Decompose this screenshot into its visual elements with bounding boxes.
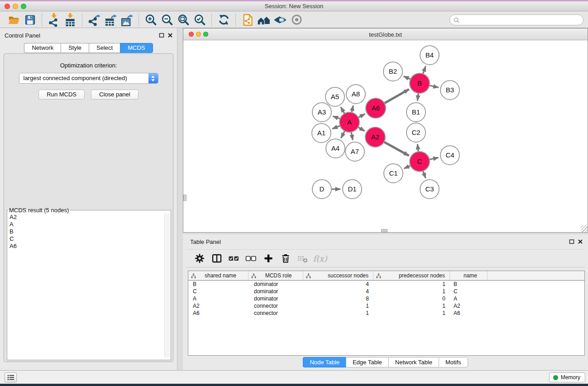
new-network-from-selection-button[interactable] [239,13,256,27]
save-session-button[interactable] [22,13,38,27]
result-list-item[interactable]: A [8,221,164,228]
column-header-name[interactable]: name [450,271,488,280]
result-list-item[interactable]: A2 [8,214,164,221]
graph-node-A7[interactable]: A7 [345,142,364,161]
graph-node-A3[interactable]: A3 [312,103,331,122]
tab-select[interactable]: Select [89,43,120,53]
float-table-panel-icon[interactable] [569,239,574,244]
table-cell[interactable]: A2 [450,302,488,310]
table-cell[interactable]: 1 [373,310,450,317]
search-field[interactable] [449,14,583,25]
table-cell[interactable]: 8 [303,295,373,302]
table-settings-button[interactable] [191,251,208,266]
table-cell[interactable]: A6 [450,310,488,317]
graph-node-C4[interactable]: C4 [440,146,459,165]
export-network-button[interactable] [86,13,102,27]
graph-node-B[interactable]: B [410,73,430,93]
graph-node-A2[interactable]: A2 [365,127,385,147]
tab-mcds[interactable]: MCDS [120,43,153,53]
table-cell[interactable]: 0 [373,295,450,302]
graph-node-A5[interactable]: A5 [325,87,344,106]
table-row[interactable]: Bdominator41B [188,281,584,288]
result-list-item[interactable]: A6 [8,243,164,250]
tab-motifs[interactable]: Motifs [439,357,468,367]
zoom-in-button[interactable] [143,13,159,27]
table-cell[interactable]: B [188,281,249,288]
float-panel-icon[interactable] [159,33,164,38]
close-table-panel-icon[interactable] [578,239,583,244]
graph-node-B4[interactable]: B4 [420,46,439,65]
tab-network-table[interactable]: Network Table [388,357,439,367]
window-resize-grip[interactable] [581,225,588,232]
tab-edge-table[interactable]: Edge Table [346,357,388,367]
table-cell[interactable]: 4 [303,281,373,288]
optimization-criterion-dropdown[interactable]: largest connected component (directed) [19,73,158,84]
zoom-fit-button[interactable] [175,13,191,27]
hide-panels-button[interactable] [288,13,305,27]
graph-node-A1[interactable]: A1 [312,124,331,143]
tab-style[interactable]: Style [61,43,89,53]
table-cell[interactable]: B [450,281,488,288]
graph-node-A[interactable]: A [339,112,359,132]
table-row[interactable]: Cdominator41C [188,288,584,295]
column-header-mcds-role[interactable]: MCDS role [249,271,303,280]
vertical-scroll-thumb[interactable] [183,195,186,201]
table-cell[interactable]: 4 [303,288,373,295]
zoom-selected-button[interactable] [191,13,208,27]
graph-node-C1[interactable]: C1 [384,164,403,183]
table-row[interactable]: Adominator80A [188,295,584,302]
import-table-button[interactable] [62,13,78,27]
column-header-shared-name[interactable]: shared name [188,271,249,280]
import-network-button[interactable] [46,13,62,27]
graph-node-A8[interactable]: A8 [346,85,365,104]
column-header-successor-nodes[interactable]: successor nodes [303,271,373,280]
tab-network[interactable]: Network [24,43,61,53]
table-cell[interactable]: A [450,295,488,302]
table-row[interactable]: A2connector11A2 [188,302,584,310]
export-image-button[interactable] [119,13,135,27]
result-list-item[interactable]: C [8,235,164,243]
table-cell[interactable]: A [188,295,249,302]
graph-node-C2[interactable]: C2 [406,123,425,142]
network-canvas[interactable]: B4B2BB3A5A8A6B1A3AA1C2A2A4A7C4CC1C3DD1 [183,40,588,232]
result-list-item[interactable]: B [8,228,164,235]
graph-node-B3[interactable]: B3 [440,81,459,100]
table-cell[interactable]: 1 [373,281,450,288]
close-panel-icon[interactable] [167,33,173,38]
table-cell[interactable]: C [450,288,488,295]
table-cell[interactable]: connector [249,310,303,317]
table-cell[interactable]: 1 [373,302,450,310]
column-header-predecessor-nodes[interactable]: predecessor nodes [373,271,450,280]
table-row[interactable]: A6connector11A6 [188,310,584,317]
graph-node-B1[interactable]: B1 [406,103,425,122]
home-view-button[interactable] [256,13,272,27]
table-cell[interactable]: A6 [188,310,249,317]
graph-node-D[interactable]: D [312,180,331,199]
table-cell[interactable]: dominator [249,281,303,288]
run-mcds-button[interactable]: Run MCDS [38,90,85,100]
close-panel-button[interactable]: Close panel [91,90,139,100]
table-cell[interactable]: connector [249,302,303,310]
deselect-all-button[interactable] [243,251,260,266]
tab-node-table[interactable]: Node Table [303,357,346,367]
table-cell[interactable]: dominator [249,288,303,295]
table-cell[interactable]: 1 [303,302,373,310]
delete-table-button[interactable] [294,251,311,266]
delete-row-button[interactable] [277,251,294,266]
graph-node-A6[interactable]: A6 [366,98,386,118]
table-cell[interactable]: dominator [249,295,303,302]
graph-node-B2[interactable]: B2 [383,62,402,81]
add-row-button[interactable] [260,251,277,266]
table-cell[interactable]: 1 [303,310,373,317]
function-builder-button[interactable]: f(x) [311,251,329,266]
memory-button[interactable]: Memory [549,372,585,382]
result-scrollbar[interactable] [164,214,170,357]
search-input[interactable] [462,16,583,24]
graph-node-C[interactable]: C [410,152,430,172]
table-cell[interactable]: 1 [373,288,450,295]
graph-node-C3[interactable]: C3 [420,180,439,199]
table-cell[interactable]: A2 [188,302,249,310]
show-graphics-details-button[interactable] [272,13,288,27]
graph-node-D1[interactable]: D1 [343,180,362,199]
export-table-button[interactable] [102,13,119,27]
